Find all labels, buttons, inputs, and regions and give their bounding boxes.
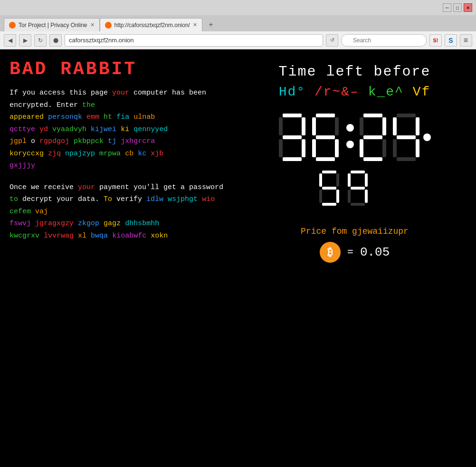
- svg-rect-43: [365, 190, 368, 203]
- svg-rect-11: [312, 139, 316, 157]
- svg-rect-40: [365, 173, 368, 187]
- svg-rect-41: [351, 187, 365, 190]
- home-button[interactable]: ⬤: [49, 34, 62, 47]
- svg-rect-29: [397, 157, 416, 161]
- svg-point-30: [423, 133, 431, 141]
- sync-button[interactable]: S: [445, 34, 457, 47]
- right-panel: Time left before Hd° /r~&– k_e^ Vf: [243, 59, 466, 458]
- refresh-button[interactable]: ↻: [34, 34, 47, 47]
- svg-rect-32: [319, 173, 322, 187]
- page-title: BAD RABBIT: [10, 59, 233, 79]
- svg-rect-22: [363, 157, 382, 161]
- window-controls: ─ □ ✕: [443, 3, 472, 12]
- clock-display: [274, 109, 436, 213]
- left-panel: BAD RABBIT If you access this page your …: [10, 59, 233, 458]
- back-button[interactable]: ◀: [4, 34, 16, 47]
- tor-icon-2: [105, 22, 112, 29]
- svg-point-15: [346, 141, 354, 148]
- svg-rect-24: [393, 117, 397, 135]
- price-value: 0.05: [360, 245, 390, 259]
- bookmark-button[interactable]: S!: [429, 34, 442, 47]
- svg-rect-42: [348, 190, 351, 203]
- bitcoin-icon: ₿: [320, 242, 341, 263]
- svg-rect-31: [322, 171, 336, 173]
- message-1: If you access this page your computer ha…: [10, 87, 233, 172]
- tor-icon: [9, 22, 16, 29]
- svg-rect-19: [363, 135, 382, 139]
- svg-point-14: [346, 124, 354, 132]
- clock-svg: [274, 109, 436, 213]
- svg-rect-4: [279, 139, 283, 157]
- tab-1-label: Tor Project | Privacy Online: [19, 22, 87, 29]
- page-content: BAD RABBIT If you access this page your …: [0, 49, 476, 467]
- svg-rect-2: [302, 117, 305, 135]
- svg-rect-21: [382, 139, 386, 157]
- url-bar[interactable]: [65, 34, 323, 47]
- price-equals: =: [347, 247, 353, 258]
- bitcoin-symbol: ₿: [327, 246, 333, 258]
- svg-rect-36: [336, 190, 339, 203]
- svg-rect-7: [316, 114, 335, 117]
- svg-rect-3: [283, 135, 302, 139]
- tab-2[interactable]: http://caforssztxqzf2nm.onion/ ✕: [100, 18, 202, 31]
- svg-rect-44: [351, 203, 365, 206]
- close-button[interactable]: ✕: [464, 3, 472, 12]
- svg-rect-35: [319, 190, 322, 203]
- svg-rect-1: [279, 117, 283, 135]
- nav-bar: ◀ ▶ ↻ ⬤ ↺ 🔍 S! S ≡: [0, 31, 476, 49]
- search-input[interactable]: [341, 34, 427, 47]
- browser-chrome: ─ □ ✕ Tor Project | Privacy Online ✕ htt…: [0, 0, 476, 49]
- svg-rect-9: [335, 117, 339, 135]
- svg-rect-13: [316, 157, 335, 161]
- svg-rect-12: [335, 139, 339, 157]
- forward-button[interactable]: ▶: [19, 34, 31, 47]
- svg-rect-28: [416, 139, 419, 157]
- svg-rect-38: [351, 171, 365, 173]
- price-label: Price fom gjewaiizupr: [301, 227, 409, 236]
- svg-rect-27: [393, 139, 397, 157]
- svg-rect-25: [416, 117, 419, 135]
- svg-rect-23: [397, 114, 416, 117]
- title-bar: ─ □ ✕: [0, 0, 476, 15]
- tab-1-close[interactable]: ✕: [90, 22, 95, 28]
- tab-2-close[interactable]: ✕: [193, 22, 197, 28]
- svg-rect-39: [348, 173, 351, 187]
- svg-rect-8: [312, 117, 316, 135]
- svg-rect-34: [322, 187, 336, 190]
- svg-rect-20: [360, 139, 363, 157]
- tab-2-label: http://caforssztxqzf2nm.onion/: [114, 22, 190, 29]
- svg-rect-10: [316, 135, 335, 139]
- svg-rect-18: [382, 117, 386, 135]
- tabs-bar: Tor Project | Privacy Online ✕ http://ca…: [0, 15, 476, 31]
- tab-1[interactable]: Tor Project | Privacy Online ✕: [4, 18, 100, 31]
- search-wrapper: 🔍: [341, 34, 427, 47]
- minimize-button[interactable]: ─: [443, 3, 451, 12]
- timer-subtitle: Hd° /r~&– k_e^ Vf: [279, 85, 431, 99]
- maximize-button[interactable]: □: [453, 3, 462, 12]
- svg-rect-5: [302, 139, 305, 157]
- timer-title: Time left before: [278, 64, 430, 80]
- svg-rect-33: [336, 173, 339, 187]
- menu-button[interactable]: ≡: [460, 34, 472, 47]
- reload-button[interactable]: ↺: [326, 34, 338, 47]
- svg-rect-17: [360, 117, 363, 135]
- price-row: ₿ = 0.05: [320, 242, 390, 263]
- svg-rect-37: [322, 203, 336, 206]
- svg-rect-26: [397, 135, 416, 139]
- new-tab-button[interactable]: +: [204, 18, 218, 31]
- svg-rect-0: [283, 114, 302, 117]
- svg-rect-16: [363, 114, 382, 117]
- svg-rect-6: [283, 157, 302, 161]
- message-2: Once we receive your payment you'll get …: [10, 181, 233, 242]
